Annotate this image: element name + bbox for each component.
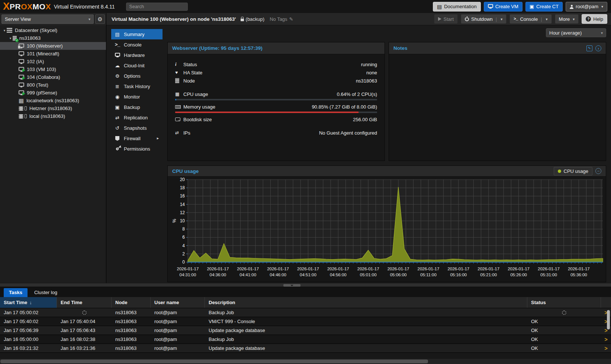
cell-end: Jan 17 05:40:04 xyxy=(57,319,112,324)
column-header-node[interactable]: Node xyxy=(112,297,151,308)
tree-item[interactable]: 100 (Webserver) xyxy=(0,42,106,50)
nav-item-snapshots[interactable]: ↺Snapshots xyxy=(111,123,163,133)
horizontal-scrollbar-track[interactable] xyxy=(0,359,611,364)
svg-text:04:41:00: 04:41:00 xyxy=(239,273,256,277)
search-input[interactable] xyxy=(126,3,188,11)
nav-item-options[interactable]: ⚙Options xyxy=(111,71,163,81)
svg-text:05:16:00: 05:16:00 xyxy=(450,273,467,277)
column-header-user-name[interactable]: User name xyxy=(151,297,205,308)
tree-item[interactable]: ▾✓ns318063 xyxy=(0,34,106,42)
column-header-description[interactable]: Description xyxy=(205,297,527,308)
column-header-status[interactable]: Status xyxy=(527,297,601,308)
table-row[interactable]: Jan 17 05:06:39Jan 17 05:06:43ns318063ro… xyxy=(0,326,611,335)
more-button[interactable]: More▾ xyxy=(555,14,579,24)
column-header-start-time[interactable]: Start Time↓ xyxy=(0,297,57,308)
row-detail-chevron-icon[interactable]: > xyxy=(601,345,611,351)
svg-text:2026-01-17: 2026-01-17 xyxy=(327,267,349,271)
nav-item-replication[interactable]: ⇄Replication xyxy=(111,112,163,123)
nav-item-hardware[interactable]: Hardware xyxy=(111,50,163,60)
usage-progressbar xyxy=(175,99,377,100)
status-row-value: 0.64% of 2 CPU(s) xyxy=(337,91,377,97)
tree-item-label: 800 (Test) xyxy=(27,82,48,88)
edit-notes-icon[interactable]: ✎ xyxy=(586,45,592,51)
status-row: ♥HA Statenone xyxy=(175,68,377,77)
row-group-gap xyxy=(175,123,377,129)
svg-text:20: 20 xyxy=(180,177,185,182)
tree-item[interactable]: 103 (VM 103) xyxy=(0,65,106,73)
vertical-scrollbar[interactable] xyxy=(607,310,610,329)
create-ct-button[interactable]: ▣Create CT xyxy=(525,2,563,12)
shield-icon xyxy=(115,136,119,141)
table-row[interactable]: Jan 16 05:00:00Jan 16 08:02:38ns318063ro… xyxy=(0,335,611,344)
book-icon: ▤ xyxy=(437,4,442,9)
help-button[interactable]: ?Help xyxy=(582,14,607,24)
monitor-icon xyxy=(115,53,120,57)
nav-item-label: Snapshots xyxy=(124,125,147,131)
horizontal-scrollbar-thumb[interactable] xyxy=(0,360,428,363)
svg-text:04:36:00: 04:36:00 xyxy=(209,273,226,277)
svg-text:18: 18 xyxy=(180,185,185,190)
chevron-down-icon[interactable]: ▾ xyxy=(501,17,502,21)
nav-item-backup[interactable]: ▣Backup xyxy=(111,102,163,112)
documentation-button[interactable]: ▤Documentation xyxy=(433,2,481,12)
cell-status xyxy=(527,310,601,315)
view-mode-select[interactable]: Server View▾ xyxy=(1,15,94,24)
nav-item-console[interactable]: >_Console xyxy=(111,39,163,50)
tree-item[interactable]: ▦localnetwork (ns318063) xyxy=(0,97,106,104)
expand-notes-icon[interactable]: › xyxy=(595,45,601,51)
chart-legend[interactable]: CPU usage xyxy=(554,167,592,175)
nav-item-summary[interactable]: ▤Summary xyxy=(111,29,163,39)
svg-text:2026-01-17: 2026-01-17 xyxy=(297,267,319,271)
tree-item[interactable]: 999 (pfSense) xyxy=(0,89,106,97)
datacenter-icon xyxy=(7,28,12,33)
tree-item[interactable]: 104 (Collabora) xyxy=(0,73,106,81)
vm-icon xyxy=(19,67,24,71)
cell-start: Jan 16 05:00:00 xyxy=(0,336,57,342)
table-row[interactable]: Jan 17 05:40:02Jan 17 05:40:04ns318063ro… xyxy=(0,317,611,326)
nav-item-monitor[interactable]: ◉Monitor xyxy=(111,91,163,102)
user-menu-button[interactable]: root@pam▾ xyxy=(566,2,607,12)
cube-icon: ▣ xyxy=(530,4,534,9)
create-vm-button[interactable]: Create VM xyxy=(484,2,522,12)
console-button[interactable]: >_Console|▾ xyxy=(509,14,551,24)
table-row[interactable]: Jan 16 03:21:32Jan 16 03:21:36ns318063ro… xyxy=(0,344,611,353)
top-header-bar: X PROXMOX Virtual Environment 8.4.11 ▤Do… xyxy=(0,0,611,13)
column-header-end-time[interactable]: End Time xyxy=(57,297,112,308)
edit-pencil-icon[interactable]: ✎ xyxy=(289,16,293,22)
nav-item-firewall[interactable]: Firewall► xyxy=(111,133,163,144)
tab-cluster-log[interactable]: Cluster log xyxy=(29,288,62,297)
svg-text:2026-01-17: 2026-01-17 xyxy=(267,267,289,271)
nav-item-label: Replication xyxy=(124,115,148,120)
status-row: ⇄IPsNo Guest Agent configured xyxy=(175,129,377,137)
tree-item[interactable]: 101 (Minecraft) xyxy=(0,50,106,58)
shutdown-button[interactable]: Shutdown|▾ xyxy=(461,14,507,24)
nav-item-task-history[interactable]: ≣Task History xyxy=(111,81,163,91)
start-button[interactable]: Start xyxy=(434,14,458,24)
table-row[interactable]: Jan 17 05:00:02ns318063root@pamBackup Jo… xyxy=(0,308,611,317)
notes-body[interactable] xyxy=(389,54,606,161)
chevron-down-icon: ▾ xyxy=(601,4,603,9)
tree-item[interactable]: 800 (Test) xyxy=(0,81,106,89)
splitter-grip-icon[interactable] xyxy=(283,284,300,287)
tree-item[interactable]: local (ns318063) xyxy=(0,112,106,120)
tab-tasks[interactable]: Tasks xyxy=(4,288,28,297)
svg-text:12: 12 xyxy=(180,210,185,215)
tree-expand-icon[interactable]: ▾ xyxy=(8,36,13,40)
time-range-select[interactable]: Hour (average)▾ xyxy=(546,28,606,37)
tree-item[interactable]: ▾Datacenter (Skycel) xyxy=(0,26,106,34)
tags-area[interactable]: No Tags✎ xyxy=(270,16,293,22)
svg-text:2026-01-17: 2026-01-17 xyxy=(418,267,440,271)
tree-settings-button[interactable]: ⚙ xyxy=(95,15,105,24)
collapse-chart-icon[interactable]: − xyxy=(595,168,601,174)
tree-item[interactable]: Hetzner (ns318063) xyxy=(0,104,106,112)
panel-splitter[interactable] xyxy=(0,283,611,287)
tree-item[interactable]: 102 (IA) xyxy=(0,58,106,65)
info-icon: i xyxy=(175,62,183,67)
chevron-down-icon[interactable]: ▾ xyxy=(546,17,548,21)
tree-expand-icon[interactable]: ▾ xyxy=(2,29,7,32)
nav-item-permissions[interactable]: Permissions xyxy=(111,144,163,154)
nav-item-cloud-init[interactable]: ☁Cloud-Init xyxy=(111,60,163,71)
svg-text:2026-01-17: 2026-01-17 xyxy=(477,267,499,271)
row-detail-chevron-icon[interactable]: > xyxy=(601,336,611,342)
submenu-arrow-icon: ► xyxy=(156,136,160,140)
